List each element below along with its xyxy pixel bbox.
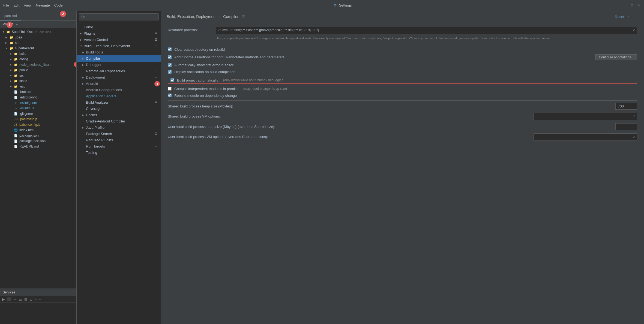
shared-vm-options-input[interactable]: ⤢ [534, 113, 637, 120]
menu-edit[interactable]: Edit [13, 3, 19, 7]
expand-icon: ☰ [155, 44, 158, 48]
build-automatically-checkbox[interactable] [170, 78, 174, 82]
nav-item-testing[interactable]: Testing [77, 149, 161, 156]
settings-search[interactable] [77, 11, 161, 23]
project-dropdown-arrow[interactable]: ▼ [16, 23, 18, 26]
expand-icon: ☰ [155, 50, 158, 54]
configure-annotations-button[interactable]: Configure annotations... [595, 54, 637, 60]
tree-item-src2[interactable]: ▶ 📁 src [0, 73, 76, 78]
shared-heap-size-input[interactable] [615, 103, 637, 110]
nav-item-docker[interactable]: ▶ Docker [77, 112, 161, 118]
nav-item-plugins[interactable]: ▶ Plugins ☰ [77, 30, 161, 37]
tree-item-babel-config[interactable]: JS babel.config.js [0, 122, 76, 127]
tree-label: .editorconfig [19, 95, 37, 99]
checkbox-label: Clear output directory on rebuild [174, 47, 225, 52]
nav-item-deployment[interactable]: ▶ Deployment ☰ [77, 74, 161, 80]
field-label: User-local build process heap size (Mbyt… [168, 125, 611, 129]
tree-item-test[interactable]: ▶ 📁 test [0, 84, 76, 89]
add-icon[interactable]: + [39, 297, 41, 301]
close-button[interactable]: ✕ [637, 3, 641, 8]
show-first-error-checkbox[interactable] [168, 63, 172, 67]
field-label: Shared build process VM options: [168, 114, 529, 118]
services-toolbar[interactable]: ▶ ⬛ ⇐ ☰ ⊞ ⊿ ≡ + [0, 296, 76, 303]
tree-item-supertakeout[interactable]: ▼ 📁 supertakeout [0, 46, 76, 51]
tree-item-postcss[interactable]: JS .postcssrc.js [0, 116, 76, 122]
align-left-icon[interactable]: ⇐ [14, 297, 17, 301]
folder-icon: 📁 [9, 46, 14, 50]
run-icon[interactable]: ▶ [2, 297, 5, 301]
tree-item-package-json[interactable]: 📄 package.json [0, 133, 76, 138]
user-local-heap-size-input[interactable] [615, 123, 637, 130]
file-icon: ○ [14, 101, 18, 105]
tree-item-package-lock[interactable]: 📄 package-lock.json [0, 138, 76, 144]
minimize-button[interactable]: — [623, 3, 627, 8]
tree-item-eslintignore[interactable]: ○ .eslintignore [0, 100, 76, 106]
resource-patterns-row: Resource patterns: ?*.java;!?*.form;!?*.… [168, 27, 637, 41]
folder-icon: 📁 [14, 79, 18, 83]
clear-output-checkbox[interactable] [168, 47, 172, 51]
menu-code[interactable]: Code [54, 3, 63, 7]
nav-item-build-exec[interactable]: ▼ Build, Execution, Deployment ☰ [77, 43, 161, 49]
nav-label-gradle-android: Gradle-Android Compiler [86, 119, 125, 123]
user-local-vm-options-input[interactable]: ⤢ [534, 133, 637, 140]
tree-item-babelrc[interactable]: 📄 .babelrc [0, 89, 76, 95]
main-area: pom.xml Project ▼ 1 ▼ 📁 SuperTakeOut D:\… [0, 11, 644, 324]
tree-item-src[interactable]: ▶ 📁 src [0, 40, 76, 46]
nav-item-package-search[interactable]: Package Search ☰ [77, 131, 161, 137]
compile-parallel-checkbox[interactable] [168, 87, 172, 91]
nav-item-run-targets[interactable]: Run Targets ☰ [77, 143, 161, 149]
nav-item-build-tools[interactable]: ▶ Build Tools ☰ [77, 49, 161, 55]
nav-item-debugger[interactable]: ▶ Debugger [77, 62, 161, 68]
tree-arrow: ▶ [10, 74, 14, 77]
nav-item-editor[interactable]: Editor [77, 24, 161, 30]
tree-item-editorconfig[interactable]: 📄 .editorconfig [0, 95, 76, 100]
forward-button[interactable]: → [634, 14, 638, 19]
tree-item-readme[interactable]: 📄 README.md [0, 144, 76, 149]
nav-label-testing: Testing [86, 151, 97, 155]
nav-item-required-plugins[interactable]: Required Plugins [77, 137, 161, 143]
back-button[interactable]: ← [627, 14, 631, 19]
folder-icon: 📁 [9, 35, 14, 40]
menu-view[interactable]: View [24, 3, 31, 7]
tree-item-config[interactable]: ▶ 📁 config [0, 56, 76, 62]
menu-file[interactable]: File [3, 3, 9, 7]
nav-item-android-configs[interactable]: Android Configurations [77, 87, 161, 93]
rebuild-dependency-checkbox[interactable] [168, 94, 172, 97]
tree-item-eslintrc[interactable]: ○ .eslintrc.js [0, 106, 76, 111]
nav-item-app-servers[interactable]: Application Servers [77, 93, 161, 99]
grid-icon[interactable]: ⊞ [24, 297, 27, 301]
expand-button[interactable]: ⤢ [633, 28, 635, 32]
search-input[interactable] [79, 13, 159, 20]
nav-item-gradle-android[interactable]: Gradle-Android Compiler ☰ [77, 118, 161, 124]
tree-item-build[interactable]: ▶ 📁 build [0, 51, 76, 56]
reset-button[interactable]: Reset [615, 15, 624, 19]
divider [168, 45, 637, 45]
nav-item-compiler[interactable]: ▶ Compiler → [77, 55, 161, 62]
resource-input-text: ?*.java;!?*.form;!?*.class;!?*.groovy;!?… [218, 28, 631, 32]
display-notification-checkbox[interactable] [168, 70, 172, 74]
nav-item-coverage[interactable]: Coverage [77, 106, 161, 112]
tab-pom-xml[interactable]: pom.xml [0, 12, 21, 20]
filter-icon[interactable]: ⊿ [29, 297, 32, 301]
tree-item-node-modules[interactable]: ▶ 📁 node_modules_librar... 3 [0, 62, 76, 67]
nav-item-java-profiler[interactable]: ▶ Java Profiler [77, 124, 161, 131]
nav-item-build-analyzer[interactable]: Build Analyzer ☰ [77, 99, 161, 106]
tree-item-index-html[interactable]: 🌐 index.html [0, 127, 76, 133]
stop-icon[interactable]: ⬛ [7, 297, 11, 301]
tree-item-static[interactable]: ▶ 📁 static [0, 78, 76, 84]
nav-item-version-control[interactable]: ▶ Version Control ☰ [77, 37, 161, 43]
menu-navigate[interactable]: Navigate [36, 3, 50, 7]
maximize-button[interactable]: □ [631, 3, 633, 8]
runtime-assertions-checkbox[interactable] [168, 55, 172, 59]
settings-icon[interactable]: ≡ [35, 297, 37, 301]
checkbox-hint: (may require larger heap size) [243, 87, 287, 91]
expand-icon: ⤢ [633, 135, 635, 139]
nav-item-remote-jar[interactable]: Remote Jar Repositories ☰ [77, 68, 161, 74]
tree-item-idea[interactable]: ▶ 📁 .idea [0, 35, 76, 40]
tree-item-public[interactable]: ▶ 📁 public [0, 67, 76, 73]
tree-root[interactable]: ▼ 📁 SuperTakeOut D:\Code\idea... [0, 29, 76, 35]
tree-item-gitignore[interactable]: 📄 .gitignore [0, 111, 76, 116]
align-center-icon[interactable]: ☰ [19, 297, 22, 301]
resource-input-box[interactable]: ?*.java;!?*.form;!?*.class;!?*.groovy;!?… [216, 27, 637, 34]
nav-item-android[interactable]: ▶ Android 4 [77, 80, 161, 87]
